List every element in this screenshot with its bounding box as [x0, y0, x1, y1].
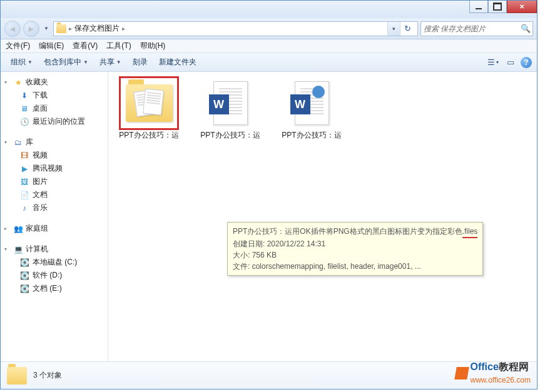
forward-button[interactable]: ►	[23, 21, 39, 37]
sidebar-label: 家庭组	[26, 223, 48, 234]
sidebar-item-recent[interactable]: 🕓最近访问的位置	[2, 115, 106, 128]
nav-bar: ◄ ► ▼ ▸ 保存文档图片 ▸ ▾ ↻ 🔍	[1, 18, 537, 39]
file-label: PPT办公技巧：运	[196, 131, 265, 141]
file-list-pane[interactable]: PPT办公技巧：运 W PPT办公技巧：运 W PPT办公技巧：运 PPT办公技…	[108, 72, 537, 361]
sidebar-item-music[interactable]: ♪音乐	[2, 201, 106, 214]
sidebar-label: 库	[26, 137, 33, 148]
homegroup-icon: 👥	[13, 224, 23, 234]
content-area: ▾★收藏夹 ⬇下载 🖥桌面 🕓最近访问的位置 ▾🗂库 🎞视频 ▶腾讯视频 🖼图片…	[1, 72, 537, 361]
pictures-icon: 🖼	[19, 177, 29, 187]
menu-bar: 文件(F) 编辑(E) 查看(V) 工具(T) 帮助(H)	[1, 39, 537, 53]
tooltip-highlight: .files	[462, 226, 478, 238]
close-button[interactable]	[507, 1, 537, 13]
tooltip: PPT办公技巧：运用OK插件将PNG格式的黑白图标图片变为指定彩色.files …	[227, 222, 483, 276]
collapse-icon: ▾	[4, 139, 11, 145]
folder-thumbnail	[121, 78, 177, 128]
address-dropdown[interactable]: ▾	[387, 22, 400, 36]
minimize-button[interactable]	[469, 1, 488, 13]
sidebar-label: 收藏夹	[26, 77, 48, 88]
tencent-video-icon: ▶	[19, 164, 29, 174]
breadcrumb-sep-icon: ▸	[69, 25, 72, 32]
burn-button[interactable]: 刻录	[128, 55, 153, 69]
menu-help[interactable]: 帮助(H)	[140, 41, 166, 51]
recent-icon: 🕓	[19, 117, 29, 127]
menu-file[interactable]: 文件(F)	[6, 41, 30, 51]
search-box[interactable]: 🔍	[420, 21, 533, 36]
sidebar-homegroup[interactable]: ▸👥家庭组	[2, 222, 106, 235]
sidebar-item-disk-e[interactable]: 💽文档 (E:)	[2, 282, 106, 295]
chevron-down-icon: ▼	[83, 59, 88, 65]
sidebar-item-disk-c[interactable]: 💽本地磁盘 (C:)	[2, 256, 106, 269]
download-icon: ⬇	[19, 91, 29, 101]
file-label: PPT办公技巧：运	[115, 131, 183, 141]
computer-icon: 💻	[13, 244, 23, 254]
library-icon: 🗂	[13, 138, 23, 148]
new-folder-button[interactable]: 新建文件夹	[154, 55, 201, 69]
video-icon: 🎞	[19, 151, 29, 161]
file-item-folder[interactable]: PPT办公技巧：运	[115, 78, 183, 141]
chevron-down-icon: ▼	[28, 59, 33, 65]
sidebar-libraries[interactable]: ▾🗂库	[2, 136, 106, 149]
menu-view[interactable]: 查看(V)	[73, 41, 98, 51]
maximize-button[interactable]	[488, 1, 507, 13]
toolbar: 组织▼ 包含到库中▼ 共享▼ 刻录 新建文件夹 ☰ ▭ ?	[1, 53, 537, 72]
word-doc-thumbnail: W	[202, 78, 258, 128]
preview-pane-button[interactable]: ▭	[503, 56, 518, 69]
sidebar-item-disk-d[interactable]: 💽软件 (D:)	[2, 269, 106, 282]
search-input[interactable]	[424, 24, 518, 33]
documents-icon: 📄	[19, 190, 29, 200]
sidebar-favorites[interactable]: ▾★收藏夹	[2, 76, 106, 89]
window-controls	[469, 1, 537, 13]
file-label: PPT办公技巧：运	[277, 131, 346, 141]
share-button[interactable]: 共享▼	[94, 55, 126, 69]
breadcrumb-sep-icon: ▸	[122, 25, 125, 32]
include-library-button[interactable]: 包含到库中▼	[39, 55, 93, 69]
chevron-down-icon: ▼	[116, 59, 121, 65]
titlebar	[1, 1, 537, 18]
sidebar-item-downloads[interactable]: ⬇下载	[2, 89, 106, 102]
disk-icon: 💽	[19, 258, 29, 268]
watermark: Office教程网www.office26.com	[456, 361, 531, 385]
back-button[interactable]: ◄	[4, 21, 21, 37]
collapse-icon: ▾	[4, 246, 11, 252]
collapse-icon: ▾	[4, 79, 11, 85]
expand-icon: ▸	[4, 226, 11, 231]
search-icon[interactable]: 🔍	[521, 24, 531, 33]
sidebar-item-documents[interactable]: 📄文档	[2, 188, 106, 201]
sidebar-item-tencent-video[interactable]: ▶腾讯视频	[2, 162, 106, 175]
disk-icon: 💽	[19, 284, 29, 294]
breadcrumb-segment[interactable]: 保存文档图片	[74, 23, 120, 34]
star-icon: ★	[13, 78, 23, 88]
music-icon: ♪	[19, 203, 29, 213]
folder-icon	[56, 24, 66, 33]
history-dropdown[interactable]: ▼	[42, 21, 51, 37]
navigation-pane: ▾★收藏夹 ⬇下载 🖥桌面 🕓最近访问的位置 ▾🗂库 🎞视频 ▶腾讯视频 🖼图片…	[1, 72, 108, 361]
sidebar-label: 计算机	[26, 244, 48, 254]
sidebar-computer[interactable]: ▾💻计算机	[2, 243, 106, 256]
disk-icon: 💽	[19, 271, 29, 281]
address-bar[interactable]: ▸ 保存文档图片 ▸ ▾ ↻	[53, 21, 418, 36]
menu-tools[interactable]: 工具(T)	[106, 41, 131, 51]
sidebar-item-desktop[interactable]: 🖥桌面	[2, 102, 106, 115]
refresh-button[interactable]: ↻	[400, 22, 415, 36]
word-html-thumbnail: W	[283, 78, 340, 128]
office-logo-icon	[454, 367, 469, 379]
status-item-count: 3 个对象	[33, 370, 62, 381]
folder-icon	[7, 367, 27, 384]
menu-edit[interactable]: 编辑(E)	[39, 41, 64, 51]
help-icon[interactable]: ?	[521, 57, 532, 68]
sidebar-item-videos[interactable]: 🎞视频	[2, 149, 106, 162]
file-item-word-html[interactable]: W PPT办公技巧：运	[277, 78, 346, 141]
sidebar-item-pictures[interactable]: 🖼图片	[2, 175, 106, 188]
desktop-icon: 🖥	[19, 104, 29, 114]
view-options-button[interactable]: ☰	[486, 56, 501, 69]
organize-button[interactable]: 组织▼	[6, 55, 38, 69]
file-item-word[interactable]: W PPT办公技巧：运	[196, 78, 265, 141]
explorer-window: ◄ ► ▼ ▸ 保存文档图片 ▸ ▾ ↻ 🔍 文件(F) 编辑(E) 查看(V)…	[0, 0, 537, 389]
